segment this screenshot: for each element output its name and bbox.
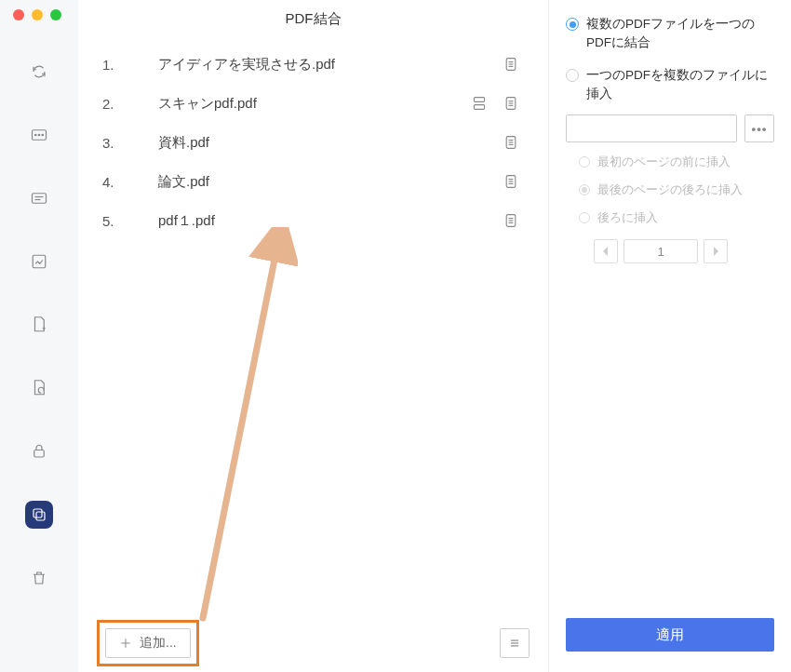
page-range-button[interactable] (502, 94, 520, 113)
radio-off-icon (566, 69, 579, 82)
sidebar-item-page-rotate[interactable] (25, 374, 53, 402)
chevron-left-icon (602, 247, 610, 256)
options-panel: 複数のPDFファイルを一つのPDFに結合 一つのPDFを複数のファイルに挿入 •… (549, 0, 791, 672)
add-button[interactable]: 追加... (105, 628, 191, 658)
file-number: 5. (97, 213, 143, 229)
insert-at-radio[interactable]: 後ろに挿入 (566, 209, 774, 226)
sidebar-item-image[interactable] (25, 248, 53, 276)
refresh-icon (31, 63, 47, 80)
file-row[interactable]: 5. pdf１.pdf (97, 201, 530, 240)
trash-icon (31, 570, 47, 586)
svg-rect-16 (474, 105, 484, 110)
page-range-button[interactable] (502, 133, 520, 152)
mode-merge-radio[interactable]: 複数のPDFファイルを一つのPDFに結合 (566, 15, 774, 53)
add-button-highlight: 追加... (97, 620, 199, 666)
mode-insert-radio[interactable]: 一つのPDFを複数のファイルに挿入 (566, 66, 774, 104)
radio-off-icon (579, 212, 590, 223)
browse-button[interactable]: ••• (744, 114, 774, 142)
apply-button[interactable]: 適用 (566, 618, 774, 652)
file-number: 4. (97, 174, 143, 190)
svg-point-3 (42, 134, 44, 136)
file-row[interactable]: 4. 論文.pdf (97, 162, 530, 201)
page-range-icon (504, 213, 517, 228)
insert-at-label: 後ろに挿入 (597, 209, 658, 226)
insert-before-radio[interactable]: 最初のページの前に挿入 (566, 154, 774, 170)
page-next-button[interactable] (704, 239, 728, 263)
page-range-button[interactable] (502, 55, 520, 74)
split-icon (472, 96, 487, 111)
file-list: 1. アイディアを実現させる.pdf 2. スキャンpdf.pdf (78, 37, 548, 614)
ocr-icon (31, 128, 47, 141)
main-area: PDF結合 1. アイディアを実現させる.pdf 2. スキャンpdf.pdf (78, 0, 549, 672)
file-name: スキャンpdf.pdf (143, 95, 470, 113)
page-number-input[interactable] (623, 239, 698, 263)
page-range-icon (504, 135, 517, 150)
svg-rect-8 (34, 450, 45, 458)
page-range-icon (504, 96, 517, 111)
sidebar-item-text[interactable] (25, 184, 53, 212)
file-number: 1. (97, 57, 143, 73)
split-button[interactable] (470, 94, 489, 113)
svg-point-1 (35, 134, 37, 136)
hamburger-icon (508, 637, 521, 650)
radio-off-icon (579, 156, 590, 168)
minimize-window-icon[interactable] (32, 9, 43, 20)
sidebar (0, 0, 78, 672)
copy-icon (31, 506, 47, 523)
page-prev-button[interactable] (594, 239, 618, 263)
svg-rect-7 (33, 255, 46, 268)
insert-options: ••• 最初のページの前に挿入 最後のページの後ろに挿入 後ろに挿入 (566, 114, 774, 263)
text-icon (31, 192, 47, 205)
sidebar-item-lock[interactable] (25, 437, 53, 465)
page-range-button[interactable] (502, 211, 520, 230)
file-row[interactable]: 2. スキャンpdf.pdf (97, 84, 530, 123)
sidebar-item-refresh[interactable] (25, 58, 53, 86)
svg-marker-41 (714, 247, 718, 256)
maximize-window-icon[interactable] (50, 9, 61, 20)
page-range-button[interactable] (502, 172, 520, 191)
svg-rect-10 (34, 509, 42, 517)
file-name: 資料.pdf (143, 134, 502, 152)
close-window-icon[interactable] (13, 9, 24, 20)
insert-after-label: 最後のページの後ろに挿入 (597, 181, 743, 198)
file-row[interactable]: 1. アイディアを実現させる.pdf (97, 45, 530, 84)
file-number: 2. (97, 96, 143, 112)
sidebar-item-trash[interactable] (25, 564, 53, 592)
svg-rect-4 (33, 194, 47, 204)
lock-icon (31, 443, 47, 460)
radio-on-icon (579, 184, 590, 195)
mode-insert-label: 一つのPDFを複数のファイルに挿入 (586, 66, 774, 104)
plus-icon (119, 637, 132, 650)
sidebar-item-ocr[interactable] (25, 121, 53, 149)
svg-point-2 (38, 134, 40, 136)
radio-on-icon (566, 18, 579, 31)
svg-rect-15 (474, 98, 484, 102)
page-range-icon (504, 174, 517, 189)
main-footer: 追加... (78, 614, 548, 672)
mode-merge-label: 複数のPDFファイルを一つのPDFに結合 (586, 15, 774, 53)
insert-before-label: 最初のページの前に挿入 (597, 154, 731, 170)
insert-after-radio[interactable]: 最後のページの後ろに挿入 (566, 181, 774, 198)
image-icon (31, 253, 47, 270)
page-rotate-icon (31, 379, 47, 397)
sidebar-item-merge[interactable] (25, 501, 53, 529)
svg-marker-40 (603, 247, 608, 256)
window-controls (0, 9, 61, 20)
sidebar-item-page-add[interactable] (25, 311, 53, 339)
add-button-label: 追加... (140, 635, 177, 652)
list-menu-button[interactable] (500, 628, 530, 658)
svg-rect-9 (36, 512, 45, 520)
chevron-right-icon (712, 247, 719, 256)
file-row[interactable]: 3. 資料.pdf (97, 123, 530, 162)
target-path-input[interactable] (566, 114, 737, 142)
page-title: PDF結合 (78, 0, 548, 37)
file-name: 論文.pdf (143, 173, 502, 191)
page-range-icon (504, 57, 517, 72)
file-name: pdf１.pdf (143, 212, 502, 230)
page-stepper (566, 239, 774, 263)
file-number: 3. (97, 135, 143, 151)
page-add-icon (31, 316, 47, 334)
file-name: アイディアを実現させる.pdf (143, 56, 502, 74)
